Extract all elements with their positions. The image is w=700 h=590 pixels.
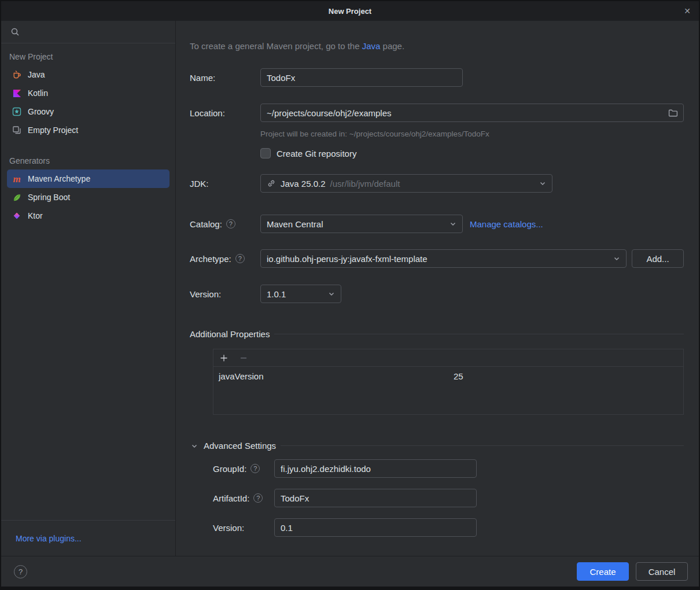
jdk-value: Java 25.0.2	[281, 179, 326, 189]
artifactid-help-icon[interactable]: ?	[253, 493, 263, 503]
sidebar-item-spring-boot[interactable]: Spring Boot	[7, 188, 170, 207]
title-bar: New Project ✕	[1, 1, 699, 21]
jdk-label: JDK:	[190, 179, 209, 189]
search-row	[1, 21, 175, 43]
hint-suffix: page.	[380, 41, 404, 51]
version-value: 1.0.1	[267, 289, 286, 299]
version-dropdown[interactable]: 1.0.1	[260, 285, 341, 303]
close-icon[interactable]: ✕	[684, 1, 691, 21]
header-rule	[274, 334, 684, 334]
git-checkbox-row: Create Git repository	[260, 148, 684, 158]
chevron-down-icon	[612, 254, 621, 263]
chevron-down-icon	[190, 441, 199, 451]
sidebar-footer: More via plugins...	[1, 520, 175, 556]
advanced-settings-title: Advanced Settings	[204, 441, 276, 451]
chevron-down-icon	[538, 179, 547, 188]
catalog-label: Catalog:	[190, 219, 222, 229]
location-input[interactable]	[261, 104, 668, 121]
sidebar-item-label: Spring Boot	[28, 193, 70, 202]
ktor-icon	[12, 211, 22, 221]
groovy-icon	[12, 106, 22, 117]
search-icon[interactable]	[10, 27, 20, 36]
archetype-label: Archetype:	[190, 254, 231, 264]
artifactid-label: ArtifactId:	[213, 493, 249, 503]
catalog-dropdown[interactable]: Maven Central	[260, 215, 463, 233]
spring-icon	[12, 192, 22, 202]
sidebar-item-java[interactable]: Java	[7, 65, 170, 84]
help-icon[interactable]: ?	[14, 565, 27, 578]
new-project-dialog: New Project ✕ New Project	[0, 0, 700, 590]
create-button[interactable]: Create	[577, 562, 629, 581]
artifactid-field-wrap	[274, 489, 477, 507]
additional-properties-title: Additional Properties	[190, 329, 270, 339]
sidebar: New Project Java	[1, 21, 176, 556]
archetype-help-icon[interactable]: ?	[235, 254, 245, 263]
name-input[interactable]	[261, 69, 462, 86]
archetype-value: io.github.ohj-perus-jy:javafx-fxml-templ…	[267, 254, 428, 264]
project-version-input[interactable]	[275, 519, 476, 536]
manage-catalogs-link[interactable]: Manage catalogs...	[470, 219, 543, 229]
sidebar-item-label: Empty Project	[28, 126, 78, 135]
location-row: Location:	[190, 104, 684, 122]
kotlin-icon	[12, 88, 22, 98]
groupid-input[interactable]	[275, 460, 476, 477]
property-row[interactable]: javaVersion 25	[213, 367, 683, 385]
project-version-label: Version:	[213, 523, 244, 533]
sidebar-item-ktor[interactable]: Ktor	[7, 207, 170, 225]
sidebar-item-label: Ktor	[28, 211, 43, 220]
location-help-text: Project will be created in: ~/projects/c…	[260, 130, 684, 138]
sidebar-item-maven-archetype[interactable]: m Maven Archetype	[7, 169, 170, 188]
groupid-row: GroupId: ?	[213, 459, 684, 478]
archetype-dropdown[interactable]: io.github.ohj-perus-jy:javafx-fxml-templ…	[260, 249, 627, 268]
maven-hint: To create a general Maven project, go to…	[190, 40, 684, 52]
name-row: Name:	[190, 68, 684, 87]
project-version-row: Version:	[213, 518, 684, 537]
folder-icon[interactable]	[668, 108, 683, 118]
catalog-help-icon[interactable]: ?	[226, 219, 235, 228]
dialog-body: New Project Java	[1, 21, 699, 556]
properties-toolbar	[213, 349, 683, 367]
archetype-version-row: Version: 1.0.1	[190, 285, 684, 303]
add-archetype-button[interactable]: Add...	[632, 249, 684, 268]
dialog-footer: ? Create Cancel	[1, 556, 699, 587]
sidebar-item-label: Kotlin	[28, 89, 48, 98]
advanced-settings-header[interactable]: Advanced Settings	[190, 441, 684, 451]
remove-property-button[interactable]	[238, 353, 249, 363]
archetype-row: Archetype: ? io.github.ohj-perus-jy:java…	[190, 249, 684, 268]
sidebar-item-label: Java	[28, 70, 45, 79]
property-key: javaVersion	[213, 371, 448, 381]
properties-table: javaVersion 25	[213, 349, 684, 415]
header-rule	[281, 445, 684, 446]
project-version-field-wrap	[274, 518, 477, 537]
hint-prefix: To create a general Maven project, go to…	[190, 41, 362, 51]
java-page-link[interactable]: Java	[362, 41, 381, 51]
section-header-generators: Generators	[7, 152, 170, 169]
dialog-title: New Project	[329, 7, 371, 16]
jdk-row: JDK: Java 25.0.2 /usr/lib/jvm/default	[190, 174, 684, 193]
additional-properties-header: Additional Properties	[190, 329, 684, 339]
property-value: 25	[448, 371, 463, 381]
jdk-dropdown[interactable]: Java 25.0.2 /usr/lib/jvm/default	[260, 174, 552, 193]
git-checkbox[interactable]	[260, 148, 271, 158]
artifactid-row: ArtifactId: ?	[213, 489, 684, 507]
name-label: Name:	[190, 73, 215, 83]
catalog-row: Catalog: ? Maven Central Manage catalogs…	[190, 215, 684, 233]
groupid-help-icon[interactable]: ?	[250, 464, 260, 473]
java-icon	[12, 69, 22, 80]
name-field-wrap	[260, 68, 463, 87]
sidebar-nav: New Project Java	[1, 43, 175, 520]
cancel-button[interactable]: Cancel	[636, 562, 688, 581]
sidebar-item-empty-project[interactable]: Empty Project	[7, 121, 170, 139]
link-icon	[267, 179, 276, 188]
version-label: Version:	[190, 289, 221, 299]
sidebar-item-label: Groovy	[28, 107, 54, 116]
add-property-button[interactable]	[219, 353, 229, 363]
sidebar-item-groovy[interactable]: Groovy	[7, 102, 170, 121]
artifactid-input[interactable]	[275, 489, 476, 507]
sidebar-item-kotlin[interactable]: Kotlin	[7, 84, 170, 102]
catalog-value: Maven Central	[267, 219, 323, 229]
chevron-down-icon	[448, 219, 458, 228]
more-via-plugins-link[interactable]: More via plugins...	[16, 534, 82, 543]
location-field-wrap	[260, 104, 684, 122]
location-label: Location:	[190, 108, 225, 118]
